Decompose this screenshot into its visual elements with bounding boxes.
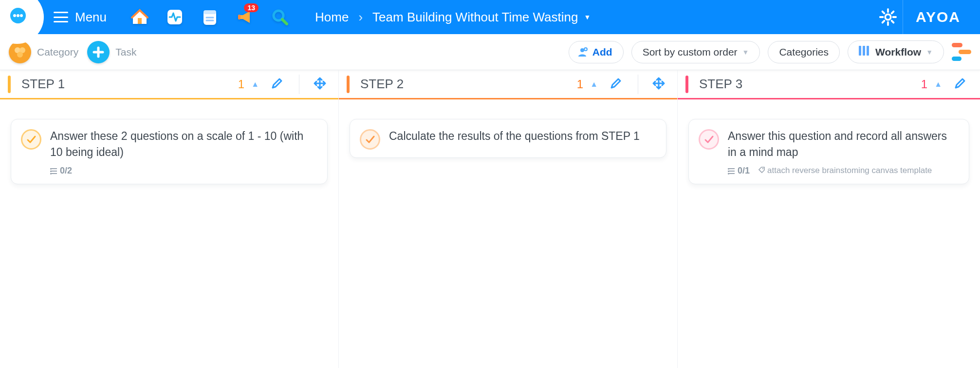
collapse-icon[interactable]: ▲ [251,80,259,89]
column-step-1: STEP 1 1 ▲ Answer these 2 questions on a… [0,70,339,368]
task-label: Task [115,46,136,58]
column-color-bar [347,76,350,93]
workflow-label: Workflow [875,46,921,58]
svg-rect-7 [203,10,216,14]
pulse-icon[interactable] [164,6,185,28]
column-color-bar [685,76,688,93]
sort-label: Sort by custom order [643,46,738,58]
workflow-dropdown[interactable]: Workflow ▼ [848,40,944,63]
column-count: 1 [577,77,583,91]
search-icon[interactable] [269,6,291,28]
add-label: Add [592,46,612,58]
caret-down-icon: ▼ [584,13,591,21]
home-icon[interactable] [129,6,150,28]
checklist-icon [50,168,57,174]
svg-point-2 [17,14,19,17]
svg-point-13 [17,52,23,58]
chevron-right-icon: › [358,10,363,25]
column-step-3: STEP 3 1 ▲ Answer this question and reco… [678,70,980,368]
toolbar: Category Task Add Sort by custom order ▼… [0,34,980,70]
collapse-icon[interactable]: ▲ [934,80,942,89]
svg-point-10 [885,14,890,19]
top-nav: Menu 13 Home › Team Building Without Tim… [0,0,980,34]
edit-icon[interactable] [949,77,971,92]
column-step-2: STEP 2 1 ▲ Calculate the results of the … [339,70,678,368]
task-title: Answer these 2 questions on a scale of 1… [50,128,316,161]
nav-icon-group: 13 [119,6,300,28]
column-count: 1 [238,77,244,91]
checklist-icon [728,168,735,174]
column-title: STEP 2 [356,77,570,92]
collapse-icon[interactable]: ▲ [590,80,598,89]
breadcrumb-title-dropdown[interactable]: Team Building Without Time Wasting ▼ [372,10,591,25]
column-header: STEP 2 1 ▲ [339,70,677,99]
categories-label: Categories [779,46,829,58]
svg-point-14 [580,48,584,52]
task-title: Calculate the results of the questions f… [389,128,655,144]
menu-label: Menu [75,10,107,25]
settings-icon[interactable] [877,6,899,28]
task-add-icon [87,41,110,63]
task-status-icon [360,129,380,150]
column-header: STEP 1 1 ▲ [0,70,338,99]
notification-badge: 13 [244,3,259,12]
caret-down-icon: ▼ [926,48,933,56]
task-status-icon [21,129,41,150]
svg-point-16 [762,168,763,169]
category-add-icon [9,41,31,63]
workflow-icon [859,46,870,58]
column-color-bar [8,76,11,93]
breadcrumb-title: Team Building Without Time Wasting [372,10,578,25]
svg-point-3 [20,14,23,17]
brand-logo[interactable]: AYOA [903,0,973,34]
divider [638,75,638,94]
task-title: Answer this question and record all answ… [728,128,958,161]
category-label: Category [37,46,78,58]
column-header: STEP 3 1 ▲ [678,70,980,99]
edit-icon[interactable] [266,77,288,92]
move-icon[interactable] [310,77,330,92]
task-card[interactable]: Answer these 2 questions on a scale of 1… [11,119,328,184]
divider [299,75,299,94]
menu-button[interactable]: Menu [44,0,119,34]
task-card[interactable]: Answer this question and record all answ… [688,119,969,184]
add-button[interactable]: Add [569,41,624,63]
add-task[interactable]: Task [87,41,136,63]
menu-icon [54,12,68,22]
column-title: STEP 3 [695,77,914,92]
edit-icon[interactable] [605,77,627,92]
tag-icon [758,167,765,174]
task-card[interactable]: Calculate the results of the questions f… [350,119,666,158]
add-category[interactable]: Category [9,41,78,63]
column-count: 1 [921,77,927,91]
board: STEP 1 1 ▲ Answer these 2 questions on a… [0,70,980,368]
categories-button[interactable]: Categories [768,41,840,63]
column-title: STEP 1 [18,77,231,92]
svg-rect-8 [238,15,240,19]
caret-down-icon: ▼ [742,48,749,56]
breadcrumb-home[interactable]: Home [315,10,349,25]
breadcrumb: Home › Team Building Without Time Wastin… [300,10,591,25]
checklist-count: 0/2 [50,166,72,176]
chat-icon[interactable] [0,0,44,34]
sort-dropdown[interactable]: Sort by custom order ▼ [631,41,760,63]
svg-rect-4 [138,18,142,24]
task-status-icon [699,129,719,150]
notes-icon[interactable] [199,6,221,28]
brand-text: AYOA [916,9,961,25]
view-switch-icon[interactable] [952,42,971,62]
announce-icon[interactable]: 13 [234,6,256,28]
svg-point-1 [13,14,16,17]
checklist-count: 0/1 [728,166,750,176]
move-icon[interactable] [649,77,668,92]
task-tag: attach reverse brainstoming canvas templ… [758,166,932,175]
person-plus-icon [577,47,588,58]
